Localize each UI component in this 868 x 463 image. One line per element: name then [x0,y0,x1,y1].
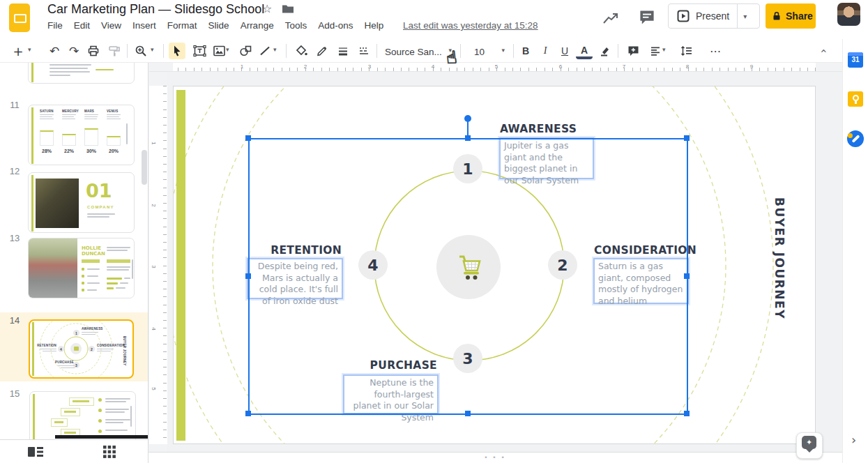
thumbnail-slide-13[interactable]: HOLLIE DUNCAN [28,238,135,298]
keep-app-icon[interactable] [848,91,863,107]
horizontal-ruler[interactable]: 1 2 3 4 5 6 7 8 9 [149,63,842,72]
fill-color-button[interactable] [293,43,310,59]
insert-shape-button[interactable] [237,43,254,59]
menu-format[interactable]: Format [162,18,203,33]
selection-rect[interactable] [248,138,688,415]
new-slide-button[interactable]: + [10,43,26,59]
menu-arrange[interactable]: Arrange [235,18,280,33]
comments-icon[interactable] [639,9,655,29]
add-comment-button[interactable] [625,43,641,59]
menu-tools[interactable]: Tools [280,18,313,33]
font-size-select[interactable]: 10 ▾ [469,45,505,57]
menu-addons[interactable]: Add-ons [312,18,358,33]
filmstrip-hscrollbar[interactable] [55,435,149,439]
selection-handle-ne[interactable] [684,135,690,141]
menu-insert[interactable]: Insert [127,18,162,33]
new-slide-caret-icon[interactable]: ▾ [28,46,31,53]
select-tool-button[interactable] [169,43,185,59]
underline-button[interactable]: U [556,43,573,59]
tasks-app-icon[interactable] [847,130,864,147]
selection-handle-se[interactable] [684,411,690,416]
border-weight-button[interactable] [335,43,351,59]
thumb-section-pill [107,259,130,263]
explore-button[interactable]: ✦ [796,432,823,459]
insert-image-caret-icon[interactable]: ▾ [226,46,229,53]
star-icon[interactable]: ☆ [262,2,272,15]
present-play-icon [677,10,690,22]
selection-handle-s[interactable] [465,411,471,416]
paint-format-button[interactable] [106,43,123,59]
text-box-button[interactable] [191,43,208,59]
selection-handle-nw[interactable] [245,135,251,141]
notes-drag-handle[interactable]: • • • [471,454,519,461]
grid-view-button[interactable] [103,446,116,461]
selection-handle-w[interactable] [245,273,251,279]
menu-file[interactable]: File [42,18,68,33]
selection-handle-e[interactable] [684,273,690,279]
font-size-value: 10 [474,47,485,57]
bold-button[interactable]: B [517,43,534,59]
view-switcher-bar [0,439,149,463]
document-title[interactable]: Car Marketing Plan — Slidesgo School [47,2,264,17]
vertical-ruler[interactable]: 1 2 3 4 5 [149,72,167,452]
insert-line-caret-icon[interactable]: ▾ [273,46,277,53]
mouse-pointer-cursor: ☝ [446,47,458,68]
highlight-color-button[interactable] [597,43,614,59]
ruler-number: 1 [235,63,249,70]
undo-button[interactable]: ↶ [46,43,63,59]
selection-handle-n[interactable] [465,135,471,141]
menu-help[interactable]: Help [358,18,389,33]
selection-rotate-handle[interactable] [464,115,471,122]
slide-vertical-title[interactable]: BUYER JOURNEY [772,197,786,319]
show-side-panel-chevron[interactable]: › [851,432,856,447]
avatar[interactable] [837,3,860,26]
present-caret-icon[interactable]: ▾ [743,13,747,20]
line-spacing-button[interactable] [678,43,694,59]
zoom-button[interactable] [132,43,149,59]
thumb-stage-label: AWARENESS [82,327,103,331]
thumb-bar [107,136,121,146]
present-button[interactable]: Present ▾ [668,3,760,29]
last-edit-link[interactable]: Last edit was yesterday at 15:28 [403,20,538,31]
thumb-accent-stripe [31,107,33,164]
font-size-caret-icon[interactable]: ▾ [501,47,505,54]
more-options-button[interactable]: ⋯ [707,43,724,59]
move-folder-icon[interactable] [282,3,294,17]
slides-logo-icon[interactable] [9,3,30,32]
menu-view[interactable]: View [96,18,127,33]
calendar-app-icon[interactable]: 31 [848,52,863,68]
zoom-caret-icon[interactable]: ▾ [151,46,154,53]
border-dash-button[interactable] [356,43,372,59]
insert-image-button[interactable] [211,43,227,59]
redo-button[interactable]: ↷ [66,43,82,59]
thumbnail-slide-15[interactable] [29,391,136,439]
ruler-number: 2 [298,63,312,70]
thumbnail-scrollbar[interactable] [142,150,147,185]
activity-trend-icon[interactable] [602,11,619,29]
text-color-button[interactable]: A [576,43,593,59]
insert-line-button[interactable] [257,43,273,59]
collapse-toolbar-button[interactable]: › [814,43,831,59]
stage-title-awareness[interactable]: AWARENESS [500,123,577,135]
menu-edit[interactable]: Edit [68,18,96,33]
thumbnail-slide-12[interactable]: 01 COMPANY [28,172,135,233]
thumb-accent-stripe [33,394,35,439]
share-button[interactable]: Share [766,3,816,29]
menu-slide[interactable]: Slide [203,18,235,33]
thumb-bar-value: 20% [105,149,122,153]
thumbnail-slide-11[interactable]: SATURN MERCURY MARS VENUS 28% 22% 30% 20… [28,105,135,165]
toolbar-separator [127,44,128,58]
speaker-notes-bar[interactable]: • • • [149,452,842,463]
thumb-section-pill [82,259,100,263]
border-color-button[interactable] [314,43,330,59]
italic-button[interactable]: I [537,43,554,59]
print-button[interactable] [85,43,102,59]
thumbnail-slide-10[interactable] [28,63,135,84]
font-name-select[interactable]: Source San... ▾ [385,45,452,57]
filmstrip-view-button[interactable] [28,446,43,461]
align-caret-icon[interactable]: ▾ [662,46,666,53]
thumbnail-slide-14-selected[interactable]: 1 2 3 4 AWARENESS CONSIDERATION PURCHASE… [29,319,134,379]
selection-handle-sw[interactable] [245,411,251,416]
toolbar-separator [376,44,377,58]
align-button[interactable] [647,43,664,59]
